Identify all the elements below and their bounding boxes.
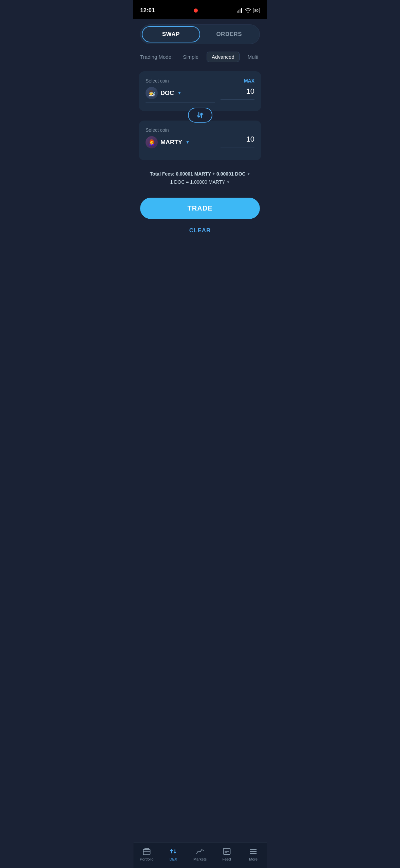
svg-rect-3 <box>241 8 242 13</box>
tab-bar: SWAP ORDERS <box>133 19 267 48</box>
swap-direction-wrap <box>139 111 261 119</box>
max-button[interactable]: MAX <box>244 78 254 84</box>
receive-amount-divider <box>221 147 254 147</box>
trade-button[interactable]: TRADE <box>140 198 260 219</box>
sell-coin-label: Select coin <box>146 78 215 84</box>
status-time: 12:01 <box>140 7 155 14</box>
svg-rect-0 <box>237 11 238 13</box>
trading-mode-bar: Trading Mode: Simple Advanced Multi <box>133 48 267 67</box>
svg-rect-1 <box>238 10 239 13</box>
clear-button[interactable]: CLEAR <box>189 227 211 234</box>
status-icons: 80 <box>237 8 260 13</box>
receive-coin-label: Select coin <box>146 127 215 133</box>
total-fees-text: Total Fees: 0.00001 MARTY + 0.00001 DOC <box>150 171 245 177</box>
dynamic-island-area <box>175 5 216 16</box>
tab-toggle: SWAP ORDERS <box>140 24 260 44</box>
fee-row: Total Fees: 0.00001 MARTY + 0.00001 DOC … <box>140 171 260 177</box>
mode-simple[interactable]: Simple <box>178 52 203 62</box>
clear-section: CLEAR <box>133 222 267 241</box>
mode-multi[interactable]: Multi <box>243 52 263 62</box>
receive-coin-name: MARTY <box>160 139 182 146</box>
receive-dropdown-arrow: ▼ <box>186 140 190 145</box>
sell-amount[interactable]: 10 <box>246 87 254 96</box>
mode-options: Simple Advanced Multi <box>178 52 263 62</box>
sell-coin-side: Select coin 🧑‍🔬 DOC ▼ <box>146 78 215 103</box>
receive-coin-selector[interactable]: 👩‍🦰 MARTY ▼ <box>146 136 215 148</box>
swap-section: Select coin 🧑‍🔬 DOC ▼ MAX 10 <box>133 67 267 164</box>
trade-section: TRADE <box>133 187 267 222</box>
doc-avatar: 🧑‍🔬 <box>146 87 158 99</box>
fee-section: Total Fees: 0.00001 MARTY + 0.00001 DOC … <box>133 164 267 187</box>
svg-rect-2 <box>240 9 241 13</box>
swap-direction-button[interactable] <box>188 108 212 123</box>
rate-text: 1 DOC = 1.00000 MARTY <box>170 179 225 185</box>
sell-card: Select coin 🧑‍🔬 DOC ▼ MAX 10 <box>139 71 261 111</box>
battery-icon: 80 <box>253 8 260 13</box>
sell-coin-selector[interactable]: 🧑‍🔬 DOC ▼ <box>146 87 215 99</box>
sell-coin-name: DOC <box>160 90 174 97</box>
marty-avatar: 👩‍🦰 <box>146 136 158 148</box>
record-indicator <box>194 8 198 13</box>
swap-arrows-icon <box>195 111 205 119</box>
rate-row: 1 DOC = 1.00000 MARTY ▼ <box>140 179 260 185</box>
orders-tab[interactable]: ORDERS <box>200 26 259 42</box>
trading-mode-label: Trading Mode: <box>140 54 173 60</box>
swap-tab[interactable]: SWAP <box>142 26 200 42</box>
sell-row: Select coin 🧑‍🔬 DOC ▼ MAX 10 <box>146 78 254 103</box>
sell-amount-side: MAX 10 <box>221 78 254 100</box>
signal-icon <box>237 8 243 13</box>
rate-chevron-icon[interactable]: ▼ <box>227 180 230 184</box>
sell-coin-divider <box>146 103 215 103</box>
receive-amount-side: 10 <box>221 127 254 147</box>
dynamic-island <box>175 5 216 16</box>
main-content: SWAP ORDERS Trading Mode: Simple Advance… <box>133 19 267 282</box>
receive-coin-divider <box>146 152 215 152</box>
status-bar: 12:01 80 <box>133 0 267 19</box>
receive-coin-side: Select coin 👩‍🦰 MARTY ▼ <box>146 127 215 152</box>
receive-row: Select coin 👩‍🦰 MARTY ▼ 10 <box>146 127 254 152</box>
receive-amount: 10 <box>246 135 254 144</box>
receive-card: Select coin 👩‍🦰 MARTY ▼ 10 <box>139 121 261 160</box>
sell-dropdown-arrow: ▼ <box>177 91 182 95</box>
sell-amount-divider <box>221 99 254 100</box>
wifi-icon <box>245 8 251 13</box>
mode-advanced[interactable]: Advanced <box>207 52 240 62</box>
fees-chevron-icon[interactable]: ▼ <box>247 172 250 176</box>
